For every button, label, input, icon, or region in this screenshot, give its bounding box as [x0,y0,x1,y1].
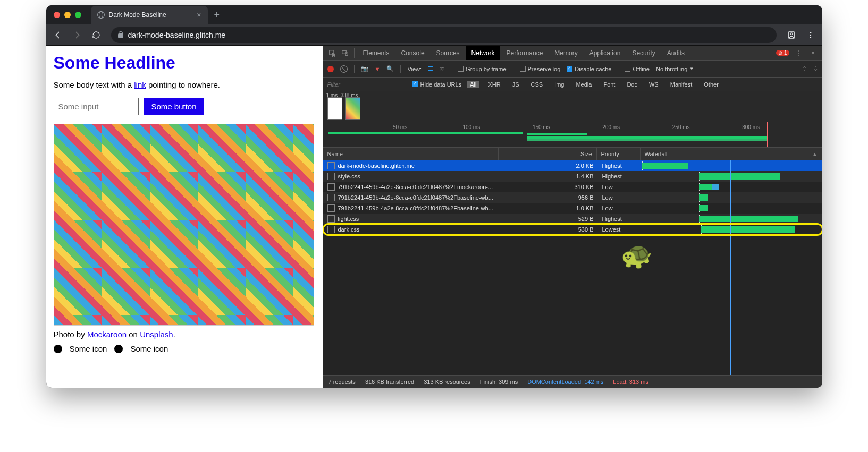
turtle-icon: 🐢 [621,240,653,270]
filter-font[interactable]: Font [600,81,618,88]
profile-button[interactable] [784,28,799,42]
maximize-window-icon[interactable] [75,12,81,18]
row-name: 791b2241-459b-4a2e-8cca-c0fdc21f0487%2Fb… [338,205,500,211]
status-transferred: 316 KB transferred [365,379,414,385]
file-icon [327,173,335,180]
network-table-body: dark-mode-baseline.glitch.me 2.0 KB High… [323,160,822,375]
row-waterfall [642,192,822,203]
filmstrip-frame [345,97,360,120]
col-priority[interactable]: Priority [597,148,641,160]
import-icon[interactable]: ⇧ [802,65,807,72]
row-name: 791b2241-459b-4a2e-8cca-c0fdc21f0487%2Fb… [338,194,500,201]
table-row[interactable]: dark.css 530 B Lowest [323,224,822,235]
close-devtools-icon[interactable]: × [807,47,819,59]
table-row[interactable]: 791b2241-459b-4a2e-8cca-c0fdc21f0487%2Fm… [323,182,822,192]
page-viewport[interactable]: Some Headline Some body text with a link… [46,46,323,388]
filter-css[interactable]: CSS [527,81,546,88]
credit-link-author[interactable]: Mockaroon [87,330,127,339]
screenshot-icon[interactable]: 📷 [361,65,368,72]
file-icon [327,194,335,201]
devtools-panel: Elements Console Sources Network Perform… [323,46,822,388]
filter-ws[interactable]: WS [646,81,662,88]
tab-audits[interactable]: Audits [662,46,690,60]
record-icon[interactable] [327,66,334,72]
filter-input[interactable]: Filter [327,81,407,88]
devtools-menu-icon[interactable]: ⋮ [793,47,804,59]
filter-manifest[interactable]: Manifest [667,81,696,88]
tab-memory[interactable]: Memory [549,46,583,60]
filter-xhr[interactable]: XHR [485,81,503,88]
table-row[interactable]: light.css 529 B Highest [323,214,822,224]
table-row[interactable]: dark-mode-baseline.glitch.me 2.0 KB High… [323,160,822,171]
filter-doc[interactable]: Doc [623,81,641,88]
device-icon[interactable] [339,47,351,59]
demo-input[interactable] [54,98,139,115]
demo-button[interactable]: Some button [144,98,204,115]
address-bar[interactable]: dark-mode-baseline.glitch.me [111,27,777,43]
offline-checkbox[interactable]: Offline [625,66,650,72]
table-row[interactable]: 791b2241-459b-4a2e-8cca-c0fdc21f0487%2Fb… [323,192,822,203]
menu-button[interactable] [803,28,818,42]
filter-icon[interactable]: ▼ [375,66,381,72]
minimize-window-icon[interactable] [64,12,71,18]
filter-other[interactable]: Other [701,81,722,88]
browser-tab[interactable]: Dark Mode Baseline × [91,6,208,24]
tab-performance[interactable]: Performance [501,46,549,60]
col-name[interactable]: Name [323,148,499,160]
page-headline: Some Headline [54,53,315,73]
group-by-frame-checkbox[interactable]: Group by frame [458,66,506,72]
filmstrip[interactable]: 1 ms 338 ms [323,91,822,122]
col-waterfall[interactable]: Waterfall▲ [641,148,822,160]
tab-network[interactable]: Network [466,46,500,60]
page-body: Some body text with a link pointing to n… [54,80,315,89]
svg-point-1 [790,32,793,35]
filter-js[interactable]: JS [509,81,523,88]
tab-console[interactable]: Console [396,46,430,60]
col-size[interactable]: Size [499,148,597,160]
network-filter-bar: Filter Hide data URLs All XHR JS CSS Img… [323,78,822,91]
credit-link-site[interactable]: Unsplash [140,330,173,339]
filter-img[interactable]: Img [551,81,567,88]
clear-icon[interactable] [340,65,348,73]
table-row[interactable]: style.css 1.4 KB Highest [323,171,822,182]
filter-all[interactable]: All [467,81,479,88]
waterfall-view-icon[interactable]: ≋ [440,65,444,72]
domcontentloaded-line [730,160,731,375]
body-link[interactable]: link [134,80,146,89]
hide-data-urls-checkbox[interactable]: Hide data URLs [412,81,462,88]
forward-button[interactable] [70,28,85,42]
export-icon[interactable]: ⇩ [813,65,818,72]
error-badge[interactable]: ⊘ 1 [776,50,789,56]
close-window-icon[interactable] [54,12,60,18]
browser-toolbar: dark-mode-baseline.glitch.me [46,24,822,46]
tab-elements[interactable]: Elements [358,46,395,60]
inspect-icon[interactable] [326,47,338,59]
file-icon [327,226,335,233]
new-tab-button[interactable]: + [208,10,226,21]
devtools-tabs: Elements Console Sources Network Perform… [323,46,822,61]
timeline-overview[interactable]: 50 ms 100 ms 150 ms 200 ms 250 ms 300 ms [323,122,822,148]
view-label: View: [407,66,422,72]
table-row[interactable]: 791b2241-459b-4a2e-8cca-c0fdc21f0487%2Fb… [323,203,822,214]
throttling-select[interactable]: No throttling ▼ [656,66,694,72]
url-text: dark-mode-baseline.glitch.me [128,31,226,39]
search-icon[interactable]: 🔍 [386,65,394,72]
disable-cache-checkbox[interactable]: Disable cache [567,66,611,72]
row-size: 1.0 KB [500,205,598,211]
tab-sources[interactable]: Sources [431,46,465,60]
row-name: style.css [338,173,500,180]
row-name: 791b2241-459b-4a2e-8cca-c0fdc21f0487%2Fm… [338,184,500,190]
large-rows-icon[interactable]: ☰ [428,65,433,72]
reload-button[interactable] [89,28,104,42]
network-table-header[interactable]: Name Size Priority Waterfall▲ [323,148,822,160]
close-tab-icon[interactable]: × [197,11,201,19]
back-button[interactable] [50,28,65,42]
filmstrip-frame [327,97,342,120]
status-load: Load: 313 ms [613,379,648,385]
filter-media[interactable]: Media [572,81,595,88]
tab-security[interactable]: Security [627,46,660,60]
row-waterfall [642,171,822,182]
preserve-log-checkbox[interactable]: Preserve log [520,66,561,72]
status-domcontentloaded: DOMContentLoaded: 142 ms [527,379,603,385]
tab-application[interactable]: Application [584,46,626,60]
